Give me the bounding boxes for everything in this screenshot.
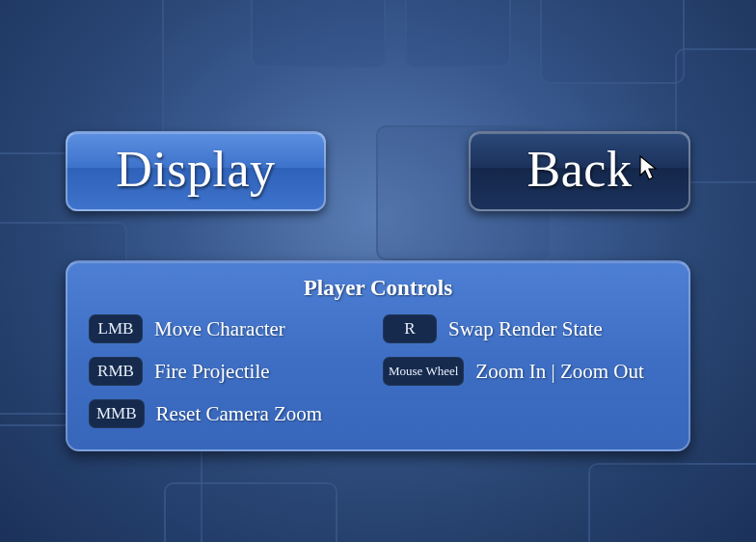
control-row: MMB Reset Camera Zoom [89,399,373,428]
back-button[interactable]: Back [469,131,690,211]
keycap-rmb: RMB [89,357,143,386]
action-label: Zoom In | Zoom Out [475,360,644,384]
display-button[interactable]: Display [66,131,326,211]
controls-grid: LMB Move Character R Swap Render State R… [89,314,667,428]
back-button-label: Back [527,142,633,197]
keycap-lmb: LMB [89,314,143,343]
action-label: Swap Render State [448,317,603,341]
control-row: RMB Fire Projectile [89,357,373,386]
action-label: Fire Projectile [154,360,270,384]
action-label: Move Character [154,317,285,341]
action-label: Reset Camera Zoom [156,402,323,426]
keycap-r: R [383,314,437,343]
keycap-mousewheel: Mouse Wheel [383,357,464,386]
control-row: LMB Move Character [89,314,373,343]
keycap-mmb: MMB [89,399,145,428]
panel-title: Player Controls [89,276,667,301]
control-row: R Swap Render State [383,314,667,343]
cursor-icon [638,154,662,183]
menu-button-row: Display Back [66,131,690,211]
control-row: Mouse Wheel Zoom In | Zoom Out [383,357,667,386]
player-controls-panel: Player Controls LMB Move Character R Swa… [66,260,690,451]
